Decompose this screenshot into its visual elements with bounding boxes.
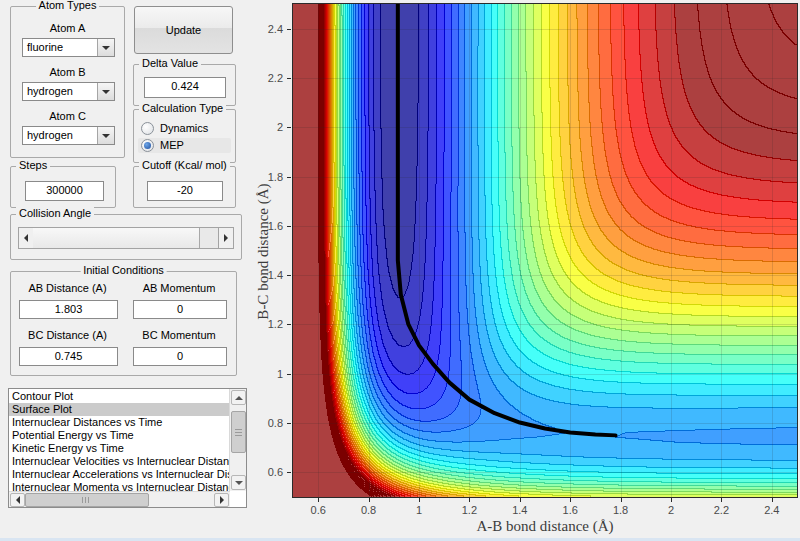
collision-angle-group: Collision Angle [10, 214, 242, 260]
thumb-grip [82, 497, 83, 503]
application-window: { "app": {"background": "#f0f0f0"}, "con… [0, 0, 800, 541]
atom-types-group: Atom Types Atom AfluorineAtom BhydrogenA… [10, 6, 125, 158]
steps-title: Steps [16, 159, 50, 172]
scroll-right-button[interactable] [214, 493, 229, 507]
steps-input[interactable]: 300000 [25, 181, 104, 201]
initial-conditions-title: Initial Conditions [80, 264, 167, 277]
cutoff-title: Cutoff (Kcal/ mol) [139, 159, 230, 172]
right-arrow-icon [224, 234, 228, 242]
thumb-grip [88, 497, 89, 503]
steps-group: Steps 300000 [10, 166, 116, 208]
x-tick-label: 1.6 [550, 504, 590, 517]
x-tick-label: 1.2 [449, 504, 489, 517]
x-axis-label: A-B bond distance (Å) [293, 518, 797, 535]
slider-right-arrow-button[interactable] [218, 228, 233, 248]
combobox-value: fluorine [27, 41, 63, 54]
list-item[interactable]: Surface Plot [9, 403, 229, 416]
thumb-grip [235, 432, 242, 433]
combobox-value: hydrogen [27, 85, 73, 98]
list-item[interactable]: Internuclear Distances vs Time [9, 416, 229, 429]
ic-input-bc-distance-a-[interactable]: 0.745 [19, 347, 118, 366]
list-item[interactable]: Contour Plot [9, 390, 229, 403]
list-item[interactable]: Internuclear Accelerations vs Internucle… [9, 468, 229, 481]
horizontal-scroll-thumb[interactable] [25, 493, 149, 507]
x-tick-mark [520, 498, 521, 502]
collision-angle-slider[interactable] [18, 227, 234, 249]
y-tick-label: 2.4 [251, 23, 283, 36]
ic-input-bc-momentum[interactable]: 0 [133, 347, 227, 366]
y-tick-mark [287, 127, 291, 128]
y-tick-label: 0.8 [251, 417, 283, 430]
scroll-left-button[interactable] [10, 493, 25, 507]
slider-thumb[interactable] [33, 228, 200, 248]
atom-combobox-b[interactable]: hydrogen [22, 82, 115, 101]
scroll-left-icon [16, 496, 20, 504]
list-item[interactable]: Potential Energy vs Time [9, 429, 229, 442]
y-axis-label: B-C bond distance (Å) [255, 152, 272, 352]
x-tick-mark [671, 498, 672, 502]
y-tick-label: 1 [251, 368, 283, 381]
thumb-grip [235, 429, 242, 430]
cutoff-input[interactable]: -20 [147, 181, 223, 201]
combobox-dropdown-button[interactable] [97, 39, 114, 56]
plot-type-listbox[interactable]: Contour PlotSurface PlotInternuclear Dis… [8, 388, 247, 508]
thumb-grip [235, 435, 242, 436]
radio-option-dynamics[interactable]: Dynamics [138, 121, 231, 136]
scroll-up-button[interactable] [231, 390, 246, 405]
x-tick-label: 0.8 [349, 504, 389, 517]
chevron-down-icon [102, 46, 110, 50]
y-tick-mark [287, 78, 291, 79]
slider-left-arrow-button[interactable] [19, 228, 34, 248]
y-tick-mark [287, 275, 291, 276]
y-tick-label: 2.2 [251, 72, 283, 85]
calculation-type-group: Calculation Type DynamicsMEP [133, 109, 236, 163]
ic-label: BC Momentum [133, 329, 225, 342]
x-tick-label: 2.4 [752, 504, 792, 517]
delta-value-input[interactable]: 0.424 [144, 77, 226, 98]
contour-plot-canvas [292, 3, 798, 498]
atom-combobox-c[interactable]: hydrogen [22, 126, 115, 145]
ic-label: AB Distance (A) [19, 282, 116, 295]
listbox-vertical-scrollbar[interactable] [229, 389, 246, 491]
x-tick-label: 0.6 [298, 504, 338, 517]
left-arrow-icon [24, 234, 28, 242]
combobox-value: hydrogen [27, 129, 73, 142]
radio-button-icon[interactable] [141, 139, 154, 152]
delta-value-title: Delta Value [139, 57, 201, 70]
scroll-down-button[interactable] [231, 475, 246, 490]
combobox-dropdown-button[interactable] [97, 83, 114, 100]
list-item[interactable]: Internuclear Velocities vs Internuclear … [9, 455, 229, 468]
collision-angle-title: Collision Angle [16, 207, 94, 220]
atom-combobox-a[interactable]: fluorine [22, 38, 115, 57]
scroll-right-icon [220, 496, 224, 504]
listbox-horizontal-scrollbar[interactable] [9, 491, 230, 507]
radio-button-icon[interactable] [141, 122, 154, 135]
ic-label: BC Distance (A) [19, 329, 116, 342]
list-item[interactable]: Kinetic Energy vs Time [9, 442, 229, 455]
update-button[interactable]: Update [134, 6, 233, 54]
cutoff-group: Cutoff (Kcal/ mol) -20 [133, 166, 236, 208]
combobox-dropdown-button[interactable] [97, 127, 114, 144]
y-tick-mark [287, 177, 291, 178]
radio-label: MEP [160, 139, 184, 152]
x-tick-mark [469, 498, 470, 502]
ic-label: AB Momentum [133, 282, 225, 295]
radio-option-mep[interactable]: MEP [138, 138, 231, 153]
delta-value-group: Delta Value 0.424 [133, 64, 236, 106]
x-tick-label: 1.4 [500, 504, 540, 517]
y-tick-mark [287, 226, 291, 227]
ic-input-ab-distance-a-[interactable]: 1.803 [19, 300, 118, 319]
chevron-down-icon [102, 90, 110, 94]
scroll-down-icon [235, 481, 243, 485]
x-tick-label: 1 [399, 504, 439, 517]
atom-label-atom-a: Atom A [11, 22, 124, 35]
calculation-type-title: Calculation Type [139, 102, 226, 115]
vertical-scroll-thumb[interactable] [231, 411, 246, 453]
y-tick-mark [287, 472, 291, 473]
x-tick-mark [570, 498, 571, 502]
atom-label-atom-c: Atom C [11, 110, 124, 123]
x-tick-mark [721, 498, 722, 502]
y-tick-mark [287, 29, 291, 30]
chevron-down-icon [102, 134, 110, 138]
ic-input-ab-momentum[interactable]: 0 [133, 300, 227, 319]
